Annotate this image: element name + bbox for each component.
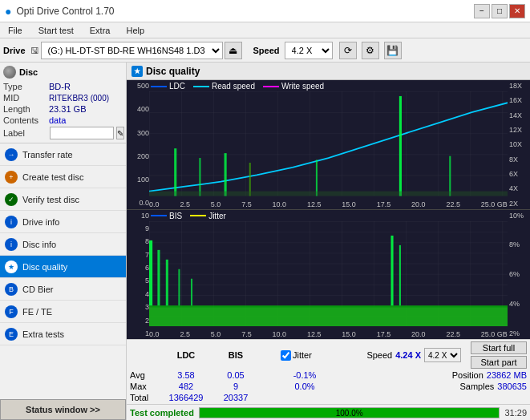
scan-button[interactable]: ⟳ [339, 42, 357, 59]
sidebar: Disc Type BD-R MID RITEKBR3 (000) Length… [0, 63, 127, 420]
upper-chart: LDC Read speed Write speed 5004003002001… [127, 80, 530, 210]
label-label: Label [3, 128, 47, 138]
avg-bis: 0.05 [213, 370, 258, 380]
max-ldc: 482 [164, 382, 208, 391]
close-button[interactable]: ✕ [509, 4, 525, 18]
menu-starttest[interactable]: Start test [34, 25, 79, 36]
start-part-button[interactable]: Start part [471, 356, 527, 369]
lower-legend: BIS Jitter [151, 212, 226, 220]
speed-select-stats[interactable]: 4.2 X [424, 348, 461, 362]
drive-label: Drive [3, 46, 26, 55]
minimize-button[interactable]: − [474, 4, 490, 18]
speed-value: 4.24 X [395, 350, 421, 360]
content-header: ★ Disc quality [127, 63, 530, 80]
status-window-button[interactable]: Status window >> [0, 399, 126, 420]
sidebar-item-extra-tests[interactable]: E Extra tests [0, 323, 126, 345]
upper-y-right: 18X16X14X12X10X8X6X4X2X [508, 80, 530, 209]
position-label: Position [452, 370, 483, 380]
create-test-icon: + [5, 171, 18, 184]
mid-label: MID [3, 93, 47, 103]
svg-rect-15 [191, 278, 192, 305]
bis-color [151, 215, 167, 216]
lower-chart: BIS Jitter 10987654321 10%8%6%4%2% [127, 210, 530, 340]
jitter-color [190, 215, 206, 216]
disc-quality-icon: ★ [5, 260, 18, 273]
time-text: 31:29 [504, 408, 527, 418]
write-speed-legend: Write speed [263, 82, 324, 91]
lower-x-axis: 0.02.55.07.510.012.515.017.520.022.525.0… [149, 330, 508, 339]
type-value: BD-R [49, 82, 123, 91]
progress-percent-text: 100.0% [200, 408, 500, 419]
upper-legend: LDC Read speed Write speed [151, 82, 324, 91]
svg-rect-11 [149, 240, 152, 305]
lower-chart-svg [149, 221, 508, 327]
samples-value: 380635 [497, 382, 527, 391]
app-title: Opti Drive Control 1.70 [16, 6, 114, 17]
sidebar-item-drive-info[interactable]: i Drive info [0, 211, 126, 233]
label-edit-button[interactable]: ✎ [116, 127, 124, 139]
menu-file[interactable]: File [3, 25, 27, 36]
ldc-legend: LDC [151, 82, 185, 91]
save-button[interactable]: 💾 [384, 42, 402, 59]
start-buttons: Start full Start part [471, 341, 527, 369]
avg-ldc: 3.58 [164, 370, 208, 380]
read-speed-legend: Read speed [193, 82, 255, 91]
app-icon: ● [5, 5, 11, 18]
sidebar-item-transfer-rate[interactable]: → Transfer rate [0, 143, 126, 166]
speed-select[interactable]: 4.2 X [285, 42, 333, 59]
contents-label: Contents [3, 115, 47, 125]
drive-select[interactable]: (G:) HL-DT-ST BD-RE WH16NS48 1.D3 [41, 42, 223, 59]
menu-help[interactable]: Help [121, 25, 149, 36]
titlebar: ● Opti Drive Control 1.70 − □ ✕ [0, 0, 530, 22]
disc-quality-header-icon: ★ [131, 66, 143, 77]
sidebar-item-create-test-disc[interactable]: + Create test disc [0, 166, 126, 188]
jitter-check-group: Jitter [281, 350, 312, 361]
sidebar-item-cd-bier[interactable]: B CD Bier [0, 278, 126, 301]
progress-area: Test completed 100.0% 31:29 [127, 404, 530, 420]
svg-rect-6 [399, 96, 402, 196]
max-jitter: 0.0% [281, 382, 329, 391]
lower-y-left: 10987654321 [127, 210, 149, 340]
jitter-checkbox[interactable] [281, 350, 291, 361]
main-area: Disc Type BD-R MID RITEKBR3 (000) Length… [0, 63, 530, 420]
drive-info-icon: i [5, 216, 18, 228]
svg-rect-12 [157, 249, 160, 305]
speed-group: Speed 4.24 X 4.2 X [366, 348, 461, 362]
eject-button[interactable]: ⏏ [225, 42, 242, 59]
charts-container: LDC Read speed Write speed 5004003002001… [127, 80, 530, 339]
fe-te-icon: F [5, 305, 18, 318]
svg-rect-13 [166, 259, 168, 305]
upper-chart-svg [149, 91, 508, 196]
cd-bier-icon: B [5, 283, 18, 296]
content-title: Disc quality [146, 66, 200, 77]
avg-label: Avg [130, 370, 159, 380]
upper-y-left: 5004003002001000.0 [127, 80, 149, 209]
verify-test-icon: ✓ [5, 193, 18, 206]
progress-bar-container: 100.0% [199, 407, 500, 418]
sidebar-item-verify-test-disc[interactable]: ✓ Verify test disc [0, 188, 126, 211]
upper-x-axis: 0.02.55.07.510.012.515.017.520.022.525.0… [149, 200, 508, 209]
sidebar-item-disc-quality[interactable]: ★ Disc quality [0, 256, 126, 278]
label-input[interactable] [50, 127, 114, 139]
max-label: Max [130, 382, 159, 391]
svg-rect-1 [174, 148, 176, 196]
menu-extra[interactable]: Extra [85, 25, 115, 36]
bis-legend: BIS [151, 212, 182, 220]
samples-group: Samples 380635 [459, 382, 527, 391]
disc-icon [3, 66, 16, 79]
maximize-button[interactable]: □ [492, 4, 508, 18]
stats-avg-row: Avg 3.58 0.05 -0.1% Position 23862 MB [130, 370, 527, 380]
length-label: Length [3, 104, 47, 114]
extra-tests-icon: E [5, 328, 18, 341]
start-full-button[interactable]: Start full [471, 341, 527, 354]
disc-panel: Disc Type BD-R MID RITEKBR3 (000) Length… [0, 63, 126, 143]
position-value: 23862 MB [487, 370, 527, 380]
options-button[interactable]: ⚙ [362, 42, 379, 59]
stats-total-row: Total 1366429 20337 [130, 393, 527, 402]
stats-area: LDC BIS Jitter Speed 4.24 X 4.2 X Start … [127, 339, 530, 404]
sidebar-item-fe-te[interactable]: F FE / TE [0, 301, 126, 323]
read-speed-color [193, 86, 209, 87]
jitter-legend: Jitter [190, 212, 226, 220]
svg-rect-3 [225, 153, 227, 196]
sidebar-item-disc-info[interactable]: i Disc info [0, 233, 126, 256]
